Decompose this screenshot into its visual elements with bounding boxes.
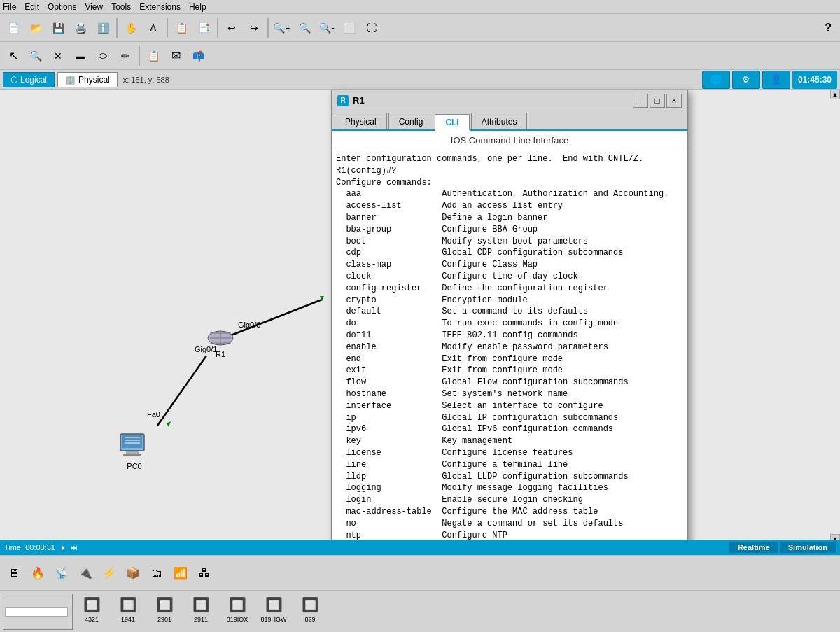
device-1941-icon: 🔲 [117, 594, 139, 616]
open-button[interactable]: 📂 [25, 18, 46, 38]
tab-config[interactable]: Config [388, 113, 434, 129]
btm-btn-1[interactable]: 🖥 [3, 562, 25, 584]
logical-mode-button[interactable]: ⬡ Logical [3, 72, 55, 87]
minimize-button[interactable]: ─ [633, 94, 648, 108]
window-button[interactable]: ⬜ [339, 18, 360, 38]
device-829[interactable]: 🔲 829 [293, 594, 328, 623]
dialog-title: R R1 [337, 95, 365, 106]
realtime-button[interactable]: Realtime [729, 542, 778, 553]
menu-options[interactable]: Options [48, 2, 76, 12]
btm-btn-3[interactable]: 📡 [50, 562, 73, 584]
device-2901[interactable]: 🔲 2901 [147, 594, 182, 623]
dialog-tabs: Physical Config CLI Attributes [332, 111, 687, 131]
toolbar-separator [116, 18, 118, 38]
zoom-out-button[interactable]: 🔍- [316, 18, 337, 38]
btm-btn-7[interactable]: 🗂 [146, 562, 168, 584]
hand-button[interactable]: 🔍 [25, 46, 46, 66]
device-1941[interactable]: 🔲 1941 [111, 594, 146, 623]
move-button[interactable]: ✋ [120, 18, 141, 38]
pdu-button[interactable]: 📫 [188, 46, 209, 66]
device-2901-label: 2901 [158, 616, 172, 623]
device-2911-label: 2911 [194, 616, 208, 623]
physical-mode-button[interactable]: 🏢 Physical [57, 72, 118, 87]
maximize-button[interactable]: □ [650, 94, 665, 108]
device-819hgw-label: 819HGW [260, 616, 286, 623]
device-name-input-area [3, 594, 73, 630]
btm-btn-9[interactable]: 🖧 [193, 562, 216, 584]
text-button[interactable]: A [143, 18, 164, 38]
fa0-label: Fa0 [147, 410, 160, 419]
person-icon-button[interactable]: 👤 [762, 71, 790, 89]
tab-attributes[interactable]: Attributes [471, 113, 528, 129]
dialog-title-text: R1 [353, 95, 365, 106]
btm-btn-5[interactable]: ⚡ [98, 562, 120, 584]
help-icon[interactable]: ? [825, 22, 832, 34]
zoom-in-button[interactable]: 🔍+ [272, 18, 293, 38]
toolbar-separator5 [139, 46, 140, 66]
close-button[interactable]: × [666, 94, 682, 108]
device-search-input[interactable] [5, 607, 68, 617]
dialog-controls: ─ □ × [633, 94, 682, 108]
menu-file[interactable]: File [3, 2, 16, 12]
menu-extensions[interactable]: Extensions [139, 2, 181, 12]
svg-line-0 [224, 300, 322, 338]
pc-pc0[interactable]: PC0 [119, 433, 150, 470]
bottom-device-bar: 🔲 4321 🔲 1941 🔲 2901 🔲 2911 🔲 819IOX 🔲 8… [0, 590, 840, 632]
play-button[interactable]: ⏵ [59, 543, 67, 552]
device-4321[interactable]: 🔲 4321 [74, 594, 109, 623]
device-2911[interactable]: 🔲 2911 [183, 594, 218, 623]
new-button[interactable]: 📄 [3, 18, 24, 38]
svg-line-1 [158, 356, 206, 426]
copy2-button[interactable]: 📋 [171, 18, 192, 38]
device-819iox[interactable]: 🔲 819IOX [220, 594, 255, 623]
menu-tools[interactable]: Tools [111, 2, 131, 12]
scroll-up[interactable]: ▲ [830, 90, 840, 99]
menu-help[interactable]: Help [189, 2, 206, 12]
coordinates-display: x: 151, y: 588 [123, 76, 169, 84]
redo-button[interactable]: ↪ [244, 18, 265, 38]
device-2911-icon: 🔲 [190, 594, 212, 616]
erase-button[interactable]: ✕ [48, 46, 69, 66]
zoom-reset-button[interactable]: 🔍 [294, 18, 315, 38]
ellipse-button[interactable]: ⬭ [92, 46, 113, 66]
router-r1-label: R1 [216, 350, 225, 358]
inspect-button[interactable]: 📋 [143, 46, 164, 66]
btm-btn-8[interactable]: 📶 [169, 562, 192, 584]
device-4321-label: 4321 [85, 616, 99, 623]
fire-icon-button[interactable]: ⚙ [732, 71, 760, 89]
dialog-titlebar: R R1 ─ □ × [332, 90, 687, 111]
fastforward-button[interactable]: ⏭ [70, 543, 78, 552]
print-button[interactable]: 🖨️ [70, 18, 91, 38]
physical-label: Physical [78, 75, 110, 85]
dialog-title-icon: R [337, 95, 349, 106]
draw-button[interactable]: ▬ [70, 46, 91, 66]
info-button[interactable]: ℹ️ [92, 18, 113, 38]
menu-bar: File Edit Options View Tools Extensions … [0, 0, 840, 14]
router-r1[interactable]: R1 [206, 328, 234, 358]
device-819hgw[interactable]: 🔲 819HGW [256, 594, 291, 623]
btm-btn-2[interactable]: 🔥 [27, 562, 49, 584]
device-2901-icon: 🔲 [153, 594, 176, 616]
cli-header: IOS Command Line Interface [332, 131, 687, 150]
paste-button[interactable]: 📑 [193, 18, 214, 38]
simulation-button[interactable]: Simulation [780, 542, 836, 553]
fullscreen-button[interactable]: ⛶ [361, 18, 382, 38]
menu-edit[interactable]: Edit [24, 2, 39, 12]
tab-physical[interactable]: Physical [335, 113, 387, 129]
device-819iox-icon: 🔲 [226, 594, 248, 616]
toolbar-row1: 📄 📂 💾 🖨️ ℹ️ ✋ A 📋 📑 ↩ ↪ 🔍+ 🔍 🔍- ⬜ ⛶ ? [0, 14, 840, 42]
svg-marker-2 [320, 296, 324, 301]
physical-icon: 🏢 [65, 75, 76, 85]
btm-btn-6[interactable]: 📦 [122, 562, 144, 584]
save-button[interactable]: 💾 [48, 18, 69, 38]
menu-view[interactable]: View [85, 2, 103, 12]
pen-button[interactable]: ✏ [115, 46, 136, 66]
svg-marker-4 [167, 421, 171, 427]
btm-btn-4[interactable]: 🔌 [74, 562, 97, 584]
device-829-icon: 🔲 [299, 594, 321, 616]
select-button[interactable]: ↖ [3, 46, 24, 66]
label-button[interactable]: ✉ [165, 46, 186, 66]
tab-cli[interactable]: CLI [435, 114, 469, 131]
network-icon-button[interactable]: 🌐 [702, 71, 730, 89]
undo-button[interactable]: ↩ [221, 18, 242, 38]
